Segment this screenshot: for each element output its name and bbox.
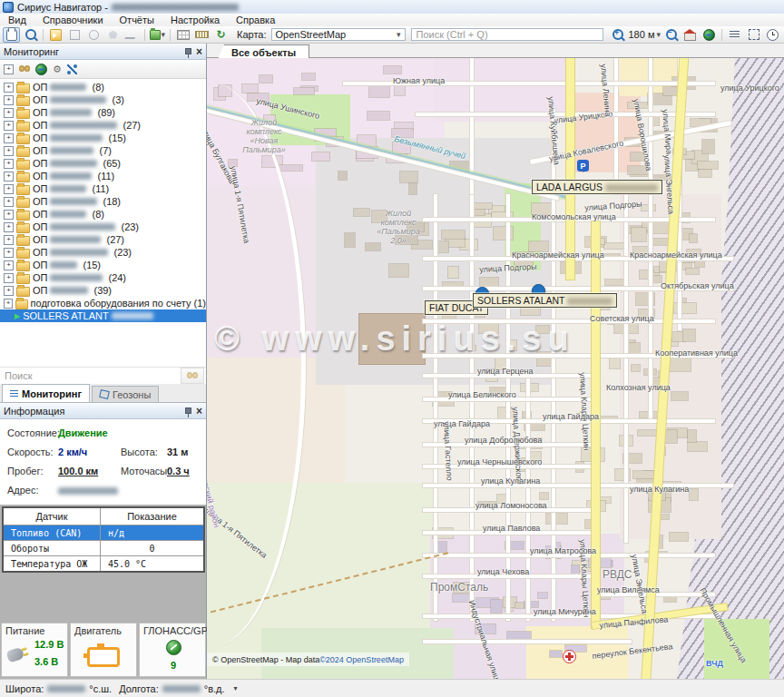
tree-item[interactable]: +ОП(11) [0, 170, 206, 182]
tree-item-count: (11) [97, 171, 114, 182]
layers-button[interactable]: ▾ [149, 27, 166, 43]
gps-value: 9 [171, 660, 176, 671]
tree-item[interactable]: +подготовка оборудования по счету (1) [0, 297, 206, 309]
global-search-input[interactable]: Поиск (Ctrl + Q) [411, 28, 604, 41]
map-provider-value: OpenStreetMap [276, 29, 347, 40]
tree-search-input[interactable]: Поиск [0, 370, 181, 381]
expander-icon[interactable]: + [4, 299, 13, 309]
edit-object-button[interactable] [47, 27, 64, 43]
sidebar-tab-Мониторинг[interactable]: Мониторинг [2, 384, 90, 402]
tree-item-redacted [50, 249, 108, 256]
tree-item[interactable]: +ОП(65) [0, 157, 206, 170]
expander-icon[interactable]: + [4, 197, 14, 207]
tree-item[interactable]: +ОП(27) [0, 233, 206, 246]
menu-bar: ВидСправочникиОтчётыНастройкаСправка [0, 14, 784, 27]
title-bar[interactable]: Сириус Навигатор - [0, 0, 784, 14]
legend-button[interactable] [726, 27, 743, 43]
scale-select[interactable]: 180 м ▾ [628, 29, 661, 40]
history-button[interactable] [764, 27, 781, 43]
tree-item-redacted [50, 185, 86, 192]
zoom-tool-button[interactable] [22, 27, 39, 43]
expander-icon[interactable]: + [4, 235, 14, 245]
folder-icon [16, 211, 30, 221]
expander-icon[interactable]: + [4, 248, 14, 258]
tree-item[interactable]: +ОП(11) [0, 182, 206, 195]
home-button[interactable] [681, 27, 699, 43]
add-polygon-button[interactable] [104, 27, 122, 43]
map-canvas[interactable]: Южная улицаулица УшинскогоБезымянный руч… [207, 58, 784, 679]
tree-item[interactable]: +ОП(15) [0, 259, 206, 271]
sensor-row[interactable]: Топливо (CAN)н/д [3, 525, 204, 541]
grid-button[interactable] [174, 27, 191, 43]
tree-search-button[interactable] [181, 368, 204, 384]
add-circle-button[interactable] [85, 27, 103, 43]
add-rect-button[interactable] [66, 27, 83, 43]
sensor-row[interactable]: Обороты0 [3, 541, 204, 556]
folder-icon [16, 172, 30, 182]
tree-item[interactable]: +ОП(8) [0, 208, 206, 221]
tree-item[interactable]: +ОП(89) [0, 106, 206, 119]
tree-item[interactable]: +ОП(39) [0, 284, 206, 297]
tree-item[interactable]: +ОП(24) [0, 271, 206, 284]
tree-item[interactable]: +ОП(18) [0, 195, 206, 208]
expander-icon[interactable]: + [4, 83, 14, 93]
hours-value[interactable]: 0.3 ч [167, 466, 190, 476]
tree-item-redacted [50, 211, 86, 218]
mileage-value[interactable]: 100.0 км [58, 466, 98, 476]
tree-item[interactable]: +ОП(23) [0, 221, 206, 233]
map-building [446, 238, 465, 247]
expander-icon[interactable]: + [4, 210, 14, 220]
tree-item[interactable]: +ОП(3) [0, 93, 206, 106]
expander-icon[interactable]: + [4, 286, 14, 296]
ruler-button[interactable] [193, 27, 211, 43]
expander-icon[interactable]: + [4, 260, 14, 270]
add-polyline-button[interactable] [123, 27, 141, 43]
expand-all-button[interactable]: + [4, 64, 14, 74]
close-icon[interactable]: × [196, 407, 202, 416]
tree-item-label: подготовка оборудования по счету (1) [31, 298, 206, 309]
expander-icon[interactable]: + [4, 121, 14, 131]
close-icon[interactable]: × [196, 47, 202, 56]
expander-icon[interactable]: + [4, 146, 14, 156]
track-button[interactable] [67, 64, 77, 74]
map-tab-all-objects[interactable]: Все объекты [218, 44, 309, 59]
refresh-button[interactable]: ↻ [212, 27, 230, 43]
tree-item[interactable]: +ОП(7) [0, 144, 206, 157]
sensor-row[interactable]: Температура ОЖ45.0 °C [3, 556, 204, 573]
expander-icon[interactable]: + [4, 273, 14, 283]
vehicle-label[interactable]: LADA LARGUS [532, 180, 662, 194]
expander-icon[interactable]: + [4, 108, 14, 118]
settings-button[interactable]: ⚙ [53, 64, 62, 74]
tree-item[interactable]: +ОП(8) [0, 81, 206, 93]
map-provider-select[interactable]: OpenStreetMap ▾ [271, 28, 406, 41]
tree-item[interactable]: +ОП(23) [0, 246, 206, 259]
sidebar-tab-Геозоны[interactable]: Геозоны [92, 386, 159, 402]
expander-icon[interactable]: + [4, 172, 14, 182]
pan-tool-button[interactable] [3, 27, 20, 43]
find-object-button[interactable] [19, 65, 30, 73]
tree-item[interactable]: +ОП(15) [0, 132, 206, 144]
select-area-button[interactable] [745, 27, 762, 43]
show-on-map-button[interactable] [35, 64, 47, 75]
tree-item-selected[interactable]: ▶SOLLERS ATLANT [0, 309, 206, 322]
splitter-handle-icon[interactable]: ▾ [234, 684, 238, 692]
expander-icon[interactable]: + [4, 133, 14, 143]
vehicle-label[interactable]: SOLLERS ATALANT [473, 293, 617, 308]
pin-icon[interactable] [185, 407, 191, 414]
expander-icon[interactable]: + [4, 222, 14, 232]
expander-icon[interactable]: + [4, 159, 14, 169]
menu-item-2[interactable]: Отчёты [112, 14, 162, 26]
pin-icon[interactable] [185, 48, 191, 54]
tree-item[interactable]: +ОП(27) [0, 119, 206, 132]
menu-item-3[interactable]: Настройка [162, 14, 228, 26]
zoom-out-button[interactable] [662, 27, 680, 43]
expander-icon[interactable]: + [4, 95, 14, 105]
zoom-in-button[interactable] [609, 27, 626, 43]
menu-item-1[interactable]: Справочники [34, 14, 112, 26]
menu-item-0[interactable]: Вид [0, 14, 34, 26]
attribution-link[interactable]: ©2024 OpenStreetMap [319, 655, 404, 664]
expander-icon[interactable]: + [4, 184, 14, 194]
menu-item-4[interactable]: Справка [228, 14, 283, 26]
online-maps-button[interactable] [701, 27, 718, 43]
sidebar: Мониторинг × + ⚙ +ОП(8)+ОП(3)+ОП(89)+ОП(… [0, 44, 207, 679]
